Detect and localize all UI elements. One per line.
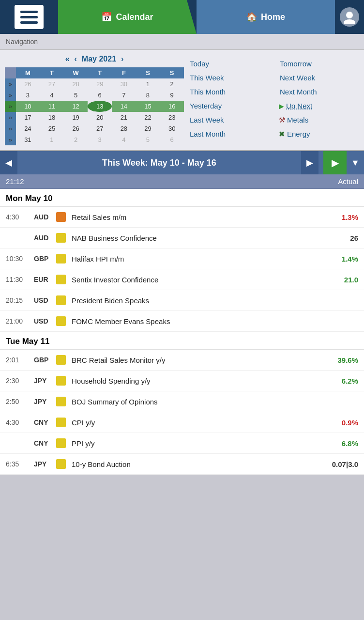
tomorrow-link[interactable]: Tomorrow	[279, 57, 359, 70]
yesterday-link[interactable]: Yesterday	[189, 99, 269, 112]
week-row-arrow[interactable]: »	[5, 134, 16, 145]
energy-link[interactable]: ✖ Energy	[279, 127, 359, 140]
cal-day[interactable]: 12	[64, 101, 88, 112]
event-importance-icon	[56, 253, 68, 264]
week-next-button[interactable]: ▶	[301, 151, 318, 174]
actual-label: Actual	[338, 177, 358, 186]
cal-day[interactable]: 30	[112, 78, 136, 90]
event-row[interactable]: 11:30EURSentix Investor Confidence21.0	[0, 269, 364, 290]
week-row-arrow[interactable]: »	[5, 90, 16, 101]
event-row[interactable]: CNYPPI y/y6.8%	[0, 433, 364, 454]
metals-icon: ⚒	[279, 116, 285, 124]
cal-day[interactable]: 31	[16, 134, 40, 145]
cal-day[interactable]: 23	[160, 112, 184, 123]
this-week-link[interactable]: This Week	[189, 71, 269, 84]
events-list: Mon May 104:30AUDRetail Sales m/m1.3%AUD…	[0, 189, 364, 475]
cal-day[interactable]: 24	[16, 123, 40, 134]
event-time: 4:30	[6, 213, 30, 221]
event-time: 2:30	[6, 377, 30, 385]
week-play-button[interactable]: ▶	[323, 151, 347, 174]
cal-day[interactable]: 8	[136, 90, 160, 101]
metals-link[interactable]: ⚒ Metals	[279, 113, 359, 126]
cal-day[interactable]: 19	[64, 112, 88, 123]
cal-day[interactable]: 1	[136, 78, 160, 90]
cal-day[interactable]: 7	[112, 90, 136, 101]
next-month-link[interactable]: Next Month	[279, 85, 359, 98]
cal-day[interactable]: 10	[16, 101, 40, 112]
this-month-link[interactable]: This Month	[189, 85, 269, 98]
last-month-link[interactable]: Last Month	[189, 127, 269, 140]
event-row[interactable]: 10:30GBPHalifax HPI m/m1.4%	[0, 248, 364, 269]
cal-day[interactable]: 26	[64, 123, 88, 134]
week-row-arrow-active[interactable]: »	[5, 101, 16, 112]
cal-day[interactable]: 27	[40, 78, 64, 90]
event-row[interactable]: 20:15USDPresident Biden Speaks	[0, 290, 364, 311]
event-actual: 1.3%	[329, 213, 358, 221]
cal-day[interactable]: 25	[40, 123, 64, 134]
cal-day[interactable]: 3	[88, 134, 112, 145]
today-link[interactable]: Today	[189, 57, 269, 70]
cal-day[interactable]: 29	[136, 123, 160, 134]
cal-day-today[interactable]: 13	[88, 101, 112, 112]
event-importance-icon	[56, 417, 68, 428]
cal-day[interactable]: 16	[160, 101, 184, 112]
week-row-arrow[interactable]: »	[5, 112, 16, 123]
cal-day[interactable]: 20	[88, 112, 112, 123]
calendar-tab[interactable]: 📅 Calendar	[58, 0, 197, 34]
event-row[interactable]: 4:30AUDRetail Sales m/m1.3%	[0, 207, 364, 228]
cal-day[interactable]: 6	[88, 90, 112, 101]
week-bar: ◀ This Week: May 10 - May 16 ▶ ▶ ▼	[0, 151, 364, 174]
filter-button[interactable]: ▼	[347, 151, 364, 174]
next-week-link[interactable]: Next Week	[279, 71, 359, 84]
cal-day[interactable]: 14	[112, 101, 136, 112]
event-row[interactable]: 21:00USDFOMC Member Evans Speaks	[0, 311, 364, 332]
cal-day[interactable]: 5	[64, 90, 88, 101]
cal-day[interactable]: 1	[40, 134, 64, 145]
cal-day[interactable]: 18	[40, 112, 64, 123]
cal-day[interactable]: 21	[112, 112, 136, 123]
cal-day[interactable]: 28	[112, 123, 136, 134]
event-importance-icon	[56, 375, 68, 386]
cal-day[interactable]: 4	[112, 134, 136, 145]
cal-day[interactable]: 22	[136, 112, 160, 123]
prev-year-button[interactable]: «	[65, 55, 70, 63]
event-actual: 0.07|3.0	[329, 460, 358, 468]
cal-day[interactable]: 5	[136, 134, 160, 145]
cal-day[interactable]: 9	[160, 90, 184, 101]
cal-day[interactable]: 17	[16, 112, 40, 123]
event-importance-icon	[56, 232, 68, 243]
event-row[interactable]: 2:50JPYBOJ Summary of Opinions	[0, 391, 364, 412]
cal-day[interactable]: 28	[64, 78, 88, 90]
cal-day[interactable]: 29	[88, 78, 112, 90]
event-actual: 6.8%	[329, 439, 358, 448]
event-currency: CNY	[34, 439, 52, 447]
up-next-link[interactable]: ▶ Up Next	[279, 99, 359, 112]
cal-day[interactable]: 2	[64, 134, 88, 145]
cal-day[interactable]: 2	[160, 78, 184, 90]
cal-day[interactable]: 4	[40, 90, 64, 101]
event-row[interactable]: AUDNAB Business Confidence26	[0, 228, 364, 248]
cal-day[interactable]: 15	[136, 101, 160, 112]
event-row[interactable]: 2:30JPYHousehold Spending y/y6.2%	[0, 371, 364, 391]
cal-day[interactable]: 11	[40, 101, 64, 112]
cal-day[interactable]: 26	[16, 78, 40, 90]
day-header: Tue May 11	[0, 332, 364, 350]
last-week-link[interactable]: Last Week	[189, 113, 269, 126]
cal-day[interactable]: 3	[16, 90, 40, 101]
next-month-button[interactable]: ›	[121, 55, 123, 63]
week-row-arrow[interactable]: »	[5, 123, 16, 134]
event-row[interactable]: 2:01GBPBRC Retail Sales Monitor y/y39.6%	[0, 350, 364, 371]
event-importance-icon	[56, 316, 68, 326]
cal-day[interactable]: 30	[160, 123, 184, 134]
week-prev-button[interactable]: ◀	[0, 151, 17, 174]
user-area[interactable]	[335, 0, 364, 34]
week-row-arrow[interactable]: »	[5, 78, 16, 90]
cal-day[interactable]: 6	[160, 134, 184, 145]
home-tab[interactable]: 🏠 Home	[197, 0, 335, 34]
week-bar-title: This Week: May 10 - May 16	[17, 158, 301, 168]
cal-day[interactable]: 27	[88, 123, 112, 134]
prev-month-button[interactable]: ‹	[75, 55, 77, 63]
event-row[interactable]: 4:30CNYCPI y/y0.9%	[0, 412, 364, 433]
event-actual: 1.4%	[329, 255, 358, 263]
event-row[interactable]: 6:35JPY10-y Bond Auction0.07|3.0	[0, 454, 364, 475]
